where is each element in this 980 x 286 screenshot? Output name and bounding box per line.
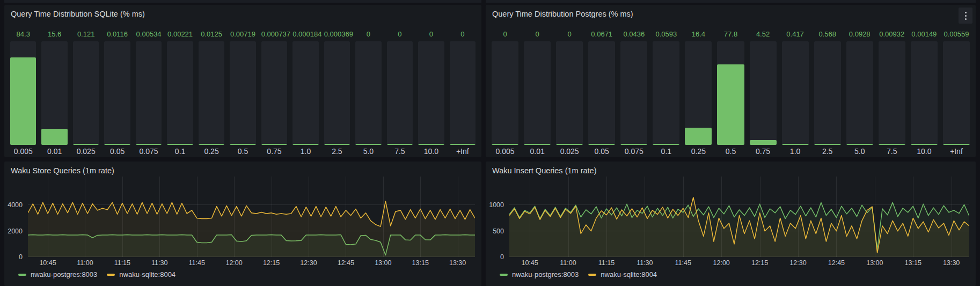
bar-fill <box>653 144 679 145</box>
x-tick-label: 13:15 <box>412 259 429 267</box>
histogram-column: 05.0 <box>355 30 381 156</box>
bar-track <box>814 41 841 145</box>
bar-value-label: 0 <box>418 30 444 40</box>
legend-item-sqlite[interactable]: nwaku-sqlite:8004 <box>107 270 175 278</box>
bar-fill <box>492 144 518 145</box>
bar-track <box>911 41 938 145</box>
legend-label: nwaku-sqlite:8004 <box>601 270 657 278</box>
bucket-label: 1.0 <box>782 146 809 156</box>
bucket-label: 0.25 <box>199 146 224 156</box>
legend-item-sqlite[interactable]: nwaku-sqlite:8004 <box>588 270 657 278</box>
bucket-label: 0.75 <box>750 146 777 156</box>
bar-value-label: 0.0116 <box>104 30 130 40</box>
bar-track <box>879 41 905 145</box>
bar-fill <box>10 57 36 145</box>
x-tick-label: 11:15 <box>598 259 615 267</box>
x-tick-label: 13:00 <box>375 259 391 267</box>
panel-above-edge <box>4 0 481 3</box>
bucket-label: 2.5 <box>814 146 841 156</box>
histogram-column: 0.007190.5 <box>230 30 255 156</box>
y-tick-label: 1000 <box>484 201 504 209</box>
bar-value-label: 0 <box>556 30 583 40</box>
bar-value-label: 0.00719 <box>230 30 255 40</box>
bar-fill <box>911 144 938 145</box>
histogram-column: 0.0001841.0 <box>292 30 318 156</box>
bucket-label: 5.0 <box>355 146 381 156</box>
bar-fill <box>136 144 162 145</box>
timeseries-plot-area[interactable] <box>509 177 969 257</box>
bar-fill <box>814 144 841 145</box>
x-axis-labels: 10:4511:0011:1511:3011:4512:0012:1512:30… <box>28 259 475 268</box>
y-tick-label: 500 <box>484 228 504 235</box>
timeseries-plot-area[interactable] <box>28 177 475 257</box>
bucket-label: 0.1 <box>653 146 679 156</box>
legend-item-postgres[interactable]: nwaku-postgres:8003 <box>18 270 97 278</box>
x-tick-label: 12:15 <box>263 259 280 267</box>
legend-label: nwaku-postgres:8003 <box>512 270 579 278</box>
bucket-label: 10.0 <box>418 146 444 156</box>
panel-query-time-sqlite: Query Time Distribution SQLite (% ms) 84… <box>4 5 481 157</box>
panel-title[interactable]: Waku Store Queries (1m rate) <box>11 165 460 176</box>
timeseries-svg <box>28 177 475 257</box>
bucket-label: 0.005 <box>10 146 36 156</box>
bar-track <box>136 41 162 145</box>
panel-title[interactable]: Query Time Distribution Postgres (% ms) <box>492 9 954 19</box>
bar-track <box>556 41 583 145</box>
x-tick-label: 12:30 <box>789 259 806 267</box>
histogram-column: 0.0007370.75 <box>261 30 287 156</box>
legend-label: nwaku-sqlite:8004 <box>119 270 175 278</box>
x-tick-label: 10:45 <box>39 259 56 267</box>
bar-fill <box>199 144 224 145</box>
panel-title[interactable]: Waku Insert Queries (1m rate) <box>492 165 954 176</box>
bar-value-label: 0.0928 <box>846 30 873 40</box>
histogram-column: 00.01 <box>524 30 551 156</box>
histogram-column: 0.00559+Inf <box>943 30 970 156</box>
x-tick-label: 13:30 <box>449 259 466 267</box>
bar-fill <box>41 129 67 145</box>
legend: nwaku-postgres:8003 nwaku-sqlite:8004 <box>500 270 657 278</box>
bar-value-label: 0.568 <box>814 30 841 40</box>
bar-fill <box>879 144 905 145</box>
x-tick-label: 11:30 <box>637 259 653 267</box>
kebab-menu-icon[interactable] <box>959 8 972 24</box>
bar-value-label: 0.000369 <box>324 30 350 40</box>
bar-track <box>104 41 130 145</box>
x-tick-label: 11:00 <box>77 259 93 267</box>
x-tick-label: 13:00 <box>866 259 883 267</box>
bar-fill <box>418 144 444 145</box>
bar-fill <box>167 144 193 145</box>
bar-value-label: 84.3 <box>10 30 36 40</box>
bucket-label: 0.075 <box>620 146 647 156</box>
bucket-label: 5.0 <box>846 146 873 156</box>
bar-track <box>167 41 193 145</box>
bar-track <box>41 41 67 145</box>
histogram: 84.30.00515.60.010.1210.0250.01160.050.0… <box>8 30 478 156</box>
bucket-label: 10.0 <box>911 146 938 156</box>
legend-item-postgres[interactable]: nwaku-postgres:8003 <box>500 270 579 278</box>
bar-fill <box>355 144 381 145</box>
bar-track <box>846 41 873 145</box>
bucket-label: 0.075 <box>136 146 162 156</box>
bar-value-label: 0 <box>387 30 413 40</box>
histogram-column: 0.5682.5 <box>814 30 841 156</box>
bar-track <box>588 41 615 145</box>
x-tick-label: 12:00 <box>225 259 242 267</box>
bucket-label: 0.005 <box>492 146 518 156</box>
bar-track <box>943 41 970 145</box>
bar-fill <box>450 144 476 145</box>
bar-fill <box>846 144 873 145</box>
histogram-column: 0.1210.025 <box>73 30 99 156</box>
bucket-label: 0.025 <box>556 146 583 156</box>
panel-title[interactable]: Query Time Distribution SQLite (% ms) <box>11 9 460 19</box>
bucket-label: 0.01 <box>41 146 67 156</box>
bar-fill <box>782 144 809 145</box>
bar-value-label: 0.121 <box>73 30 99 40</box>
histogram-column: 16.40.25 <box>685 30 712 156</box>
bucket-label: 0.5 <box>717 146 744 156</box>
bar-fill <box>230 144 255 145</box>
histogram-column: 0.05930.1 <box>653 30 679 156</box>
bar-value-label: 0.00932 <box>879 30 905 40</box>
bar-value-label: 0 <box>524 30 551 40</box>
bucket-label: +Inf <box>450 146 476 156</box>
bar-fill <box>717 64 744 145</box>
